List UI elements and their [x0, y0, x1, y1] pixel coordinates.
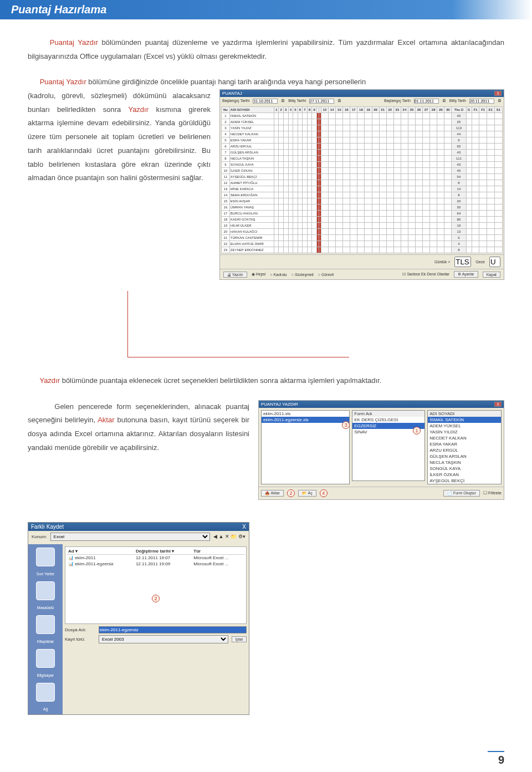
cal-icon[interactable]: 🗓 [337, 99, 341, 104]
list-item[interactable]: YASİN YILDIZ [428, 429, 501, 435]
place-icon[interactable] [36, 548, 55, 566]
place-icon[interactable] [36, 649, 55, 668]
date-end2[interactable] [469, 99, 494, 104]
names-header: ADI SOYADI [428, 411, 501, 417]
konum-label: Konum: [32, 534, 47, 539]
radio-sozlesmeli[interactable]: ○ Sözleşmeli [291, 273, 314, 277]
lbl-start1: Başlangıç Tarihi [222, 99, 249, 104]
s2-body: ekim-2011.xls ekim-2011-egzersiz.xls For… [259, 408, 504, 487]
place-label: Masaüstü [37, 606, 54, 610]
lbl-end1: Bitiş Tarihi [288, 99, 306, 104]
place-label: Ağ [43, 707, 48, 711]
list-item[interactable]: İSMAİL SATEKİN [428, 417, 501, 423]
lbl-end2: Bitiş Tarih [449, 99, 466, 104]
savedlg-titlebar: Farklı Kaydet X [28, 523, 249, 531]
page-content: Puantaj Yazdır bölümünden puantaj düzenl… [0, 19, 532, 522]
radio-gorevli[interactable]: ○ Görevli [318, 273, 334, 277]
col-ad[interactable]: Ad ▾ [66, 548, 134, 555]
close-icon[interactable]: X [494, 91, 502, 96]
footer-controls: 🖨 Yazdır ◉ Hepsi ○ Kadrolu ○ Sözleşmeli … [220, 269, 504, 279]
lbl-gunluk: Günlük > [434, 260, 450, 264]
kapat-button[interactable]: Kapat [483, 272, 500, 278]
date-start2[interactable] [414, 99, 439, 104]
dosya-input[interactable] [99, 626, 247, 633]
window-title: PUANTAJ [222, 91, 242, 96]
place-label: Bilgisayar [37, 673, 54, 677]
place-label: Son Yerler [37, 572, 54, 576]
para2-left-text: (kadrolu, görevli, sözleşmeli) dökümünü … [28, 89, 211, 185]
paragraph-2-intro: Puantaj Yazdır bölümüne girdiğinizde önc… [28, 75, 504, 89]
para1-highlight: Puantaj Yazdır [50, 38, 98, 47]
names-listbox[interactable]: ADI SOYADI İSMAİL SATEKİNADEM YÜKSELYASİ… [427, 410, 502, 484]
callout-arrow [127, 291, 349, 357]
ac-button[interactable]: 📂 Aç [298, 490, 316, 497]
list-item[interactable]: İLKER ÖZKAN [428, 472, 501, 478]
aktar-button[interactable]: 📤 Aktar [261, 490, 284, 497]
dosya-label: Dosya Adı: [65, 627, 95, 632]
list-item[interactable]: GÜLŞEN ARSLAN [428, 453, 501, 459]
date-end1[interactable] [309, 99, 334, 104]
forms-listbox[interactable]: Form Adı EK DERS ÇİZELGESİ EGZERSİZ SINA… [352, 410, 425, 481]
list-item[interactable]: EK DERS ÇİZELGESİ [352, 417, 424, 423]
table-row[interactable]: 📊 ekim-2011 12.11.2011 19:07 Microsoft E… [66, 554, 245, 561]
callout-4: 4 [320, 489, 328, 497]
list-item[interactable]: AYŞEGÜL BEKÇİ [428, 478, 501, 484]
place-icon[interactable] [36, 581, 55, 600]
radio-hepsi[interactable]: ◉ Hepsi [252, 272, 266, 277]
toolbar-icons[interactable]: ◀ ▲ ✕ 📁 ⚙▾ [213, 534, 245, 539]
para4-aktar: Aktar [98, 416, 114, 424]
col-tur[interactable]: Tür [192, 548, 245, 555]
list-item[interactable]: NECLA TAŞKIN [428, 459, 501, 466]
konum-select[interactable]: Excel [50, 533, 211, 541]
yazdir-button[interactable]: 🖨 Yazdır [223, 272, 247, 278]
page-title: Puantaj Hazırlama [11, 3, 106, 16]
para3-highlight: Yazdır [39, 376, 60, 385]
close-icon[interactable]: X [494, 402, 502, 407]
titlebar: PUANTAJ X [220, 90, 504, 97]
col-tarih[interactable]: Değiştirme tarihi ▾ [134, 548, 192, 555]
para2-t1: bölümüne girdiğinizde öncelikle puantajı… [86, 78, 366, 86]
table-row[interactable]: 📊 ekim-2011-egzersiz 12.11.2011 19:09 Mi… [66, 561, 245, 567]
chk-sadece[interactable]: ☑ Sadece Ek Dersi Olanlar [402, 272, 449, 277]
kayit-select[interactable]: Excel 2003 [99, 635, 228, 643]
para2-h2: Yazdır [128, 105, 149, 114]
cal-icon[interactable]: 🗓 [442, 99, 446, 104]
inp-gece[interactable] [489, 257, 500, 267]
paragraph-1: Puantaj Yazdır bölümünden puantaj düzenl… [28, 36, 504, 63]
cal-icon[interactable]: 🗓 [281, 99, 285, 104]
list-item[interactable]: ADEM YÜKSEL [428, 423, 501, 429]
list-item[interactable]: ekim-2011.xls [262, 411, 349, 417]
list-item[interactable]: ekim-2011-egzersiz.xls [262, 417, 349, 423]
s2-footer: 📤 Aktar 2 📂 Aç 4 📄 Form Oluştur ☐ Filtre… [259, 487, 504, 499]
callout-2b: 2 [152, 595, 160, 602]
place-icon[interactable] [36, 683, 55, 702]
chk-filtre[interactable]: ☐ Filtrele [483, 490, 502, 495]
date-row: Başlangıç Tarihi 🗓 Bitiş Tarihi 🗓 Başlan… [220, 97, 504, 105]
puantaj-yazdir-window: PUANTAJ YAZDIR X ekim-2011.xls ekim-2011… [258, 400, 504, 500]
cal-icon[interactable]: 🗓 [498, 99, 502, 104]
puantaj-grid[interactable]: NoADI SOYADI1234567891214151617181920212… [221, 106, 503, 253]
list-item[interactable]: NECDET KALKAN [428, 435, 501, 441]
page-number: 9 [488, 751, 504, 766]
place-icon[interactable] [36, 615, 55, 634]
lbl-start2: Başlangıç Tarih [384, 99, 411, 104]
save-dialog: Farklı Kaydet X Konum: Excel ◀ ▲ ✕ 📁 ⚙▾ … [28, 522, 249, 715]
callout-3: 3 [342, 421, 350, 429]
date-start1[interactable] [253, 99, 278, 104]
files-listbox[interactable]: ekim-2011.xls ekim-2011-egzersiz.xls [261, 410, 350, 484]
close-icon[interactable]: X [242, 524, 246, 530]
callout-1: 1 [413, 427, 421, 434]
inp-tlsh[interactable] [454, 257, 471, 267]
savedlg-title: Farklı Kaydet [31, 524, 64, 530]
iptal-button[interactable]: İptal [232, 636, 247, 642]
list-item[interactable]: ARZU ERGÜL [428, 447, 501, 453]
list-item[interactable]: ESRA YAKAR [428, 441, 501, 447]
puantaj-window: PUANTAJ X Başlangıç Tarihi 🗓 Bitiş Tarih… [219, 89, 504, 280]
radio-kadrolu[interactable]: ○ Kadrolu [270, 273, 287, 277]
file-list[interactable]: Ad ▾ Değiştirme tarihi ▾ Tür 📊 ekim-2011… [65, 546, 247, 624]
ayarlar-button[interactable]: ⚙ Ayarlar [454, 271, 478, 278]
two-column-section: (kadrolu, görevli, sözleşmeli) dökümünü … [28, 89, 504, 280]
list-item[interactable]: SONGÜL KAYA [428, 466, 501, 472]
form-button[interactable]: 📄 Form Oluştur [443, 490, 480, 497]
forms-header: Form Adı [352, 411, 424, 417]
